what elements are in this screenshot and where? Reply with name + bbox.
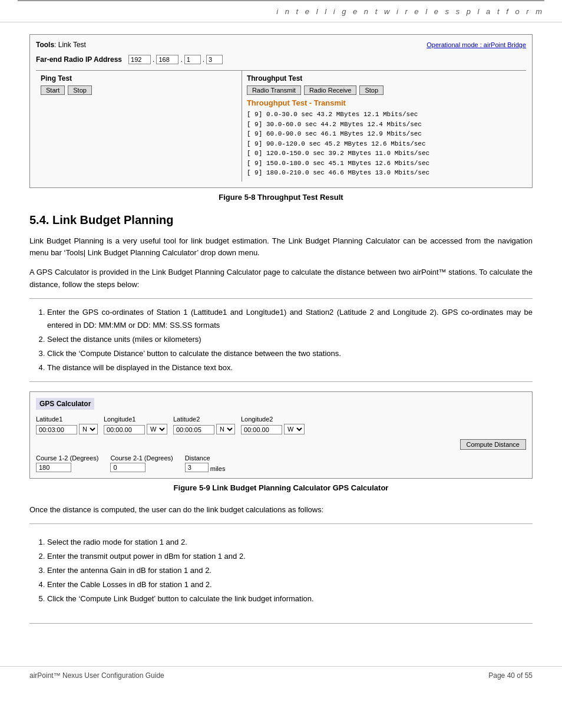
- footer: airPoint™ Nexus User Configuration Guide…: [0, 666, 562, 684]
- radio-transmit-button[interactable]: Radio Transmit: [247, 85, 301, 95]
- throughput-results: [ 9] 0.0-30.0 sec 43.2 MBytes 12.1 Mbits…: [247, 110, 521, 178]
- ip-label: Far-end Radio IP Address: [36, 55, 122, 64]
- throughput-panel-title: Throughput Test: [247, 74, 521, 83]
- throughput-heading: Throughput Test - Transmit: [247, 98, 521, 107]
- course21-input[interactable]: [110, 463, 146, 472]
- footer-right: Page 40 of 55: [488, 671, 533, 680]
- throughput-line-7: [ 9] 180.0-210.0 sec 46.6 MBytes 13.0 Mb…: [247, 168, 521, 178]
- lat2-label: Latitude2: [173, 416, 235, 423]
- step-3: Click the ‘Compute Distance’ button to c…: [47, 347, 533, 360]
- throughput-line-1: [ 9] 0.0-30.0 sec 43.2 MBytes 12.1 Mbits…: [247, 110, 521, 120]
- figure1-caption: Figure 5-8 Throughput Test Result: [29, 193, 533, 202]
- section-heading: 5.4. Link Budget Planning: [29, 213, 533, 227]
- lon2-label: Longitude2: [241, 416, 305, 423]
- ip-field-2[interactable]: [156, 55, 178, 64]
- body-text-1: Link Budget Planning is a very useful to…: [29, 235, 533, 260]
- throughput-line-6: [ 9] 150.0-180.0 sec 45.1 MBytes 12.6 Mb…: [247, 159, 521, 169]
- ip-field-1[interactable]: [128, 55, 151, 64]
- lon2-input[interactable]: [241, 425, 282, 434]
- lon1-input[interactable]: [104, 425, 145, 434]
- lat2-dir-select[interactable]: NS: [216, 424, 235, 434]
- throughput-panel: Throughput Test Radio Transmit Radio Rec…: [242, 71, 526, 182]
- footer-left: airPoint™ Nexus User Configuration Guide: [29, 671, 164, 680]
- step-1: Enter the GPS co-ordinates of Station 1 …: [47, 306, 533, 332]
- ping-stop-button[interactable]: Stop: [68, 85, 92, 95]
- lat2-input[interactable]: [173, 425, 214, 434]
- section-number: 5.4.: [29, 213, 49, 226]
- figure2-caption: Figure 5-9 Link Budget Planning Calculat…: [29, 483, 533, 492]
- ping-title: Ping Test: [41, 74, 237, 83]
- body-text-2: A GPS Calculator is provided in the Link…: [29, 266, 533, 291]
- step2-4: Enter the Cable Losses in dB for station…: [47, 578, 533, 591]
- lon1-dir-select[interactable]: WE: [147, 424, 167, 434]
- lon1-label: Longitude1: [104, 416, 167, 423]
- throughput-line-3: [ 9] 60.0-90.0 sec 46.1 MBytes 12.9 Mbit…: [247, 129, 521, 139]
- ping-panel: Ping Test Start Stop: [36, 71, 242, 182]
- ping-start-button[interactable]: Start: [41, 85, 65, 95]
- ip-field-3[interactable]: [184, 55, 201, 64]
- header-tagline: i n t e l l i g e n t w i r e l e s s p …: [0, 1, 562, 22]
- body-text-3: Once the distance is computed, the user …: [29, 504, 533, 516]
- throughput-line-2: [ 9] 30.0-60.0 sec 44.2 MBytes 12.4 Mbit…: [247, 120, 521, 130]
- step2-2: Enter the transmit output power in dBm f…: [47, 550, 533, 563]
- lat1-dir-select[interactable]: NS: [79, 424, 98, 434]
- step-4: The distance will be displayed in the Di…: [47, 361, 533, 374]
- step2-5: Click the ‘Compute Link Budget’ button t…: [47, 592, 533, 605]
- step2-1: Select the radio mode for station 1 and …: [47, 536, 533, 549]
- tools-label: Tools: [36, 41, 54, 49]
- lat1-input[interactable]: [36, 425, 77, 434]
- throughput-stop-button[interactable]: Stop: [359, 85, 384, 95]
- course12-input[interactable]: [36, 463, 71, 472]
- radio-receive-button[interactable]: Radio Receive: [304, 85, 357, 95]
- course21-label: Course 2-1 (Degrees): [110, 454, 173, 462]
- distance-unit: miles: [210, 465, 226, 472]
- throughput-line-5: [ 0] 120.0-150.0 sec 39.2 MBytes 11.0 Mb…: [247, 149, 521, 159]
- op-mode-link[interactable]: Operational mode : airPoint Bridge: [427, 41, 526, 48]
- compute-distance-button[interactable]: Compute Distance: [460, 439, 527, 450]
- ip-field-4[interactable]: [206, 55, 223, 64]
- gps-calculator-box: GPS Calculator Latitude1 NS Longitude1 W…: [29, 391, 533, 479]
- tools-colon: : Link Test: [54, 41, 86, 49]
- step2-3: Enter the antenna Gain in dB for station…: [47, 564, 533, 577]
- steps-list-1: Enter the GPS co-ordinates of Station 1 …: [47, 306, 533, 374]
- step-2: Select the distance units (miles or kilo…: [47, 333, 533, 346]
- lat1-label: Latitude1: [36, 416, 98, 423]
- throughput-line-4: [ 9] 90.0-120.0 sec 45.2 MBytes 12.6 Mbi…: [247, 139, 521, 149]
- screenshot-box-1: Tools: Link Test Operational mode : airP…: [29, 34, 533, 188]
- course12-label: Course 1-2 (Degrees): [36, 454, 98, 462]
- steps-list-2: Select the radio mode for station 1 and …: [47, 536, 533, 605]
- section-title: Link Budget Planning: [52, 213, 174, 226]
- gps-title: GPS Calculator: [36, 398, 94, 410]
- distance-input[interactable]: [185, 463, 209, 472]
- lon2-dir-select[interactable]: WE: [284, 424, 305, 434]
- distance-label: Distance: [185, 454, 226, 462]
